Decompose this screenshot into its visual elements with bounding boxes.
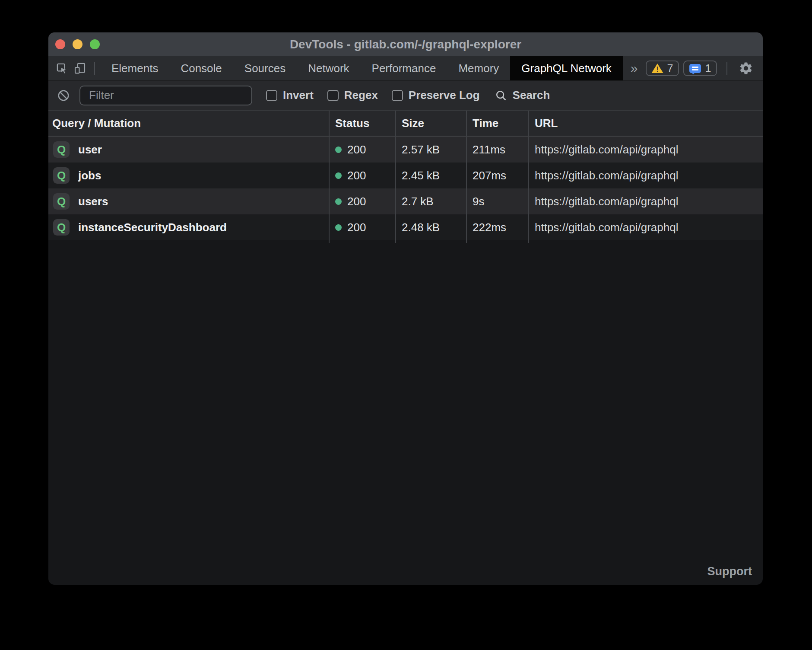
column-divider[interactable]: [395, 111, 396, 243]
tab-strip: ElementsConsoleSourcesNetworkPerformance…: [100, 56, 623, 80]
query-name: users: [78, 195, 108, 208]
column-divider[interactable]: [466, 111, 467, 243]
invert-checkbox[interactable]: Invert: [266, 89, 314, 102]
toolbar-right: 7 1: [646, 59, 763, 77]
query-name: instanceSecurityDashboard: [78, 221, 227, 234]
response-size: 2.57 kB: [396, 137, 466, 162]
request-row[interactable]: Q users 200 2.7 kB 9s https://gitlab.com…: [48, 188, 763, 214]
column-divider[interactable]: [528, 111, 529, 243]
status-code: 200: [347, 221, 366, 234]
query-name: jobs: [78, 169, 101, 182]
issues-badge[interactable]: 1: [683, 61, 717, 76]
window-title: DevTools - gitlab.com/-/graphql-explorer: [48, 38, 763, 51]
warnings-badge[interactable]: 7: [646, 61, 679, 76]
response-time: 207ms: [466, 162, 529, 188]
more-tabs-button[interactable]: »: [623, 61, 646, 76]
query-type-badge: Q: [53, 167, 70, 184]
tab-graphql-network[interactable]: GraphQL Network: [510, 56, 623, 80]
tab-network[interactable]: Network: [297, 56, 360, 80]
message-icon: [689, 64, 701, 73]
preserve-log-checkbox[interactable]: Preserve Log: [392, 89, 480, 102]
devtools-toolbar: ElementsConsoleSourcesNetworkPerformance…: [48, 56, 763, 80]
titlebar: DevTools - gitlab.com/-/graphql-explorer: [48, 32, 763, 56]
request-url: https://gitlab.com/api/graphql: [529, 162, 763, 188]
request-row[interactable]: Q user 200 2.57 kB 211ms https://gitlab.…: [48, 137, 763, 162]
status-code: 200: [347, 143, 366, 156]
support-link[interactable]: Support: [707, 565, 752, 578]
column-header-query[interactable]: Query / Mutation: [48, 111, 329, 136]
column-header-url[interactable]: URL: [529, 111, 763, 136]
warning-icon: [652, 64, 663, 73]
column-header-status[interactable]: Status: [329, 111, 396, 136]
status-ok-dot: [335, 198, 342, 205]
tab-performance[interactable]: Performance: [361, 56, 447, 80]
device-toolbar-icon[interactable]: [71, 59, 89, 77]
status-ok-dot: [335, 147, 342, 153]
tab-console[interactable]: Console: [169, 56, 233, 80]
request-url: https://gitlab.com/api/graphql: [529, 214, 763, 240]
invert-checkbox-label: Invert: [283, 89, 314, 102]
response-time: 222ms: [466, 214, 529, 240]
toolbar-divider: [94, 62, 95, 75]
response-time: 9s: [466, 188, 529, 214]
table-header: Query / Mutation Status Size Time URL: [48, 111, 763, 137]
settings-gear-icon[interactable]: [737, 59, 755, 77]
more-options-icon[interactable]: [759, 60, 763, 77]
preserve-log-checkbox-box[interactable]: [392, 90, 403, 101]
request-url: https://gitlab.com/api/graphql: [529, 137, 763, 162]
message-count: 1: [705, 62, 711, 75]
search-button[interactable]: Search: [495, 89, 550, 102]
response-size: 2.45 kB: [396, 162, 466, 188]
status-code: 200: [347, 169, 366, 182]
tab-sources[interactable]: Sources: [233, 56, 297, 80]
invert-checkbox-box[interactable]: [266, 90, 277, 101]
table-body: Q user 200 2.57 kB 211ms https://gitlab.…: [48, 137, 763, 240]
query-type-badge: Q: [53, 219, 70, 236]
preserve-log-checkbox-label: Preserve Log: [409, 89, 480, 102]
warning-count: 7: [667, 62, 673, 75]
response-size: 2.7 kB: [396, 188, 466, 214]
query-type-badge: Q: [53, 193, 70, 210]
query-type-badge: Q: [53, 141, 70, 158]
clear-icon[interactable]: [54, 86, 73, 105]
column-header-time[interactable]: Time: [466, 111, 529, 136]
query-name: user: [78, 143, 102, 156]
inspect-element-icon[interactable]: [53, 59, 71, 77]
search-label: Search: [513, 89, 550, 102]
requests-table: Query / Mutation Status Size Time URL Q …: [48, 111, 763, 240]
devtools-window: DevTools - gitlab.com/-/graphql-explorer…: [48, 32, 763, 585]
tab-memory[interactable]: Memory: [447, 56, 510, 80]
filter-bar: InvertRegexPreserve Log Search: [48, 80, 763, 111]
tab-elements[interactable]: Elements: [100, 56, 169, 80]
filter-checkboxes: InvertRegexPreserve Log: [252, 89, 480, 102]
response-time: 211ms: [466, 137, 529, 162]
regex-checkbox[interactable]: Regex: [327, 89, 378, 102]
column-divider[interactable]: [329, 111, 330, 243]
column-header-size[interactable]: Size: [396, 111, 466, 136]
toolbar-right-divider: [726, 62, 727, 75]
filter-input[interactable]: [79, 86, 252, 105]
status-ok-dot: [335, 172, 342, 179]
request-url: https://gitlab.com/api/graphql: [529, 188, 763, 214]
status-ok-dot: [335, 224, 342, 231]
request-row[interactable]: Q jobs 200 2.45 kB 207ms https://gitlab.…: [48, 162, 763, 188]
status-code: 200: [347, 195, 366, 208]
request-row[interactable]: Q instanceSecurityDashboard 200 2.48 kB …: [48, 214, 763, 240]
regex-checkbox-label: Regex: [344, 89, 378, 102]
response-size: 2.48 kB: [396, 214, 466, 240]
regex-checkbox-box[interactable]: [327, 90, 339, 101]
